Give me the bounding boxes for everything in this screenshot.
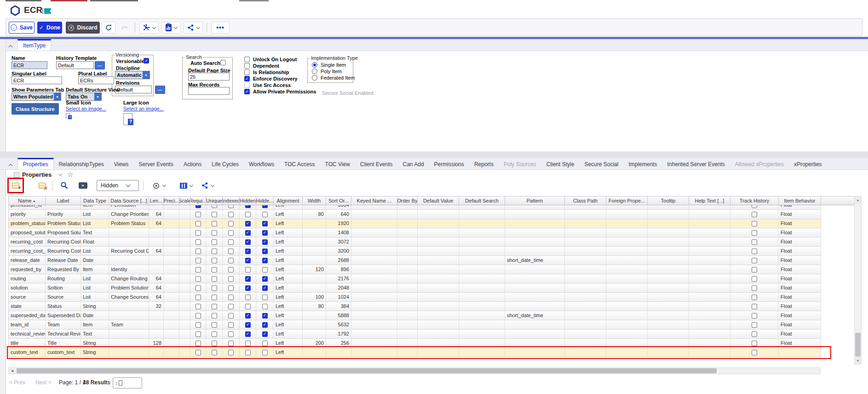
checkbox[interactable] <box>244 82 250 88</box>
discipline-select[interactable]: Automatic ▼ <box>115 71 150 79</box>
favorite-star-icon[interactable]: ☆ <box>67 170 73 179</box>
cell-checkbox-unique[interactable] <box>212 239 217 245</box>
column-header-foreign_property[interactable]: Foreign Prope... <box>606 197 648 205</box>
cell-checkbox-unique[interactable] <box>212 295 217 300</box>
cell-checkbox-track_history[interactable] <box>752 249 757 254</box>
cell-checkbox-hidden2[interactable] <box>262 285 268 291</box>
radio-button[interactable] <box>312 75 317 81</box>
property-row-source[interactable]: sourceSourceListChange Sources64Left1001… <box>9 293 821 302</box>
column-header-help_text[interactable]: Help Text [...] <box>689 197 730 205</box>
tab-workflows[interactable]: Workflows <box>244 159 279 170</box>
scan-dropdown[interactable] <box>149 180 168 191</box>
cell-checkbox-indexed[interactable] <box>228 322 234 328</box>
vertical-scroll-thumb[interactable] <box>855 333 861 357</box>
column-header-required[interactable]: Requi... <box>190 197 206 205</box>
tab-implements[interactable]: Implements <box>623 159 662 170</box>
cell-checkbox-indexed[interactable] <box>228 205 234 208</box>
cell-checkbox-hidden2[interactable] <box>262 341 268 346</box>
collapse-form-icon[interactable] <box>9 45 12 49</box>
cell-checkbox-hidden2[interactable] <box>262 350 268 355</box>
checkbox[interactable] <box>244 63 250 69</box>
property-row-state[interactable]: stateStatusString32Left80384Float <box>9 302 821 311</box>
cell-checkbox-unique[interactable] <box>212 350 217 355</box>
property-row-recurring-cost-direc[interactable]: recurring_cost_direc...Recurring Cost Di… <box>9 247 821 256</box>
cell-checkbox-hidden2[interactable] <box>262 230 268 236</box>
tab-properties[interactable]: Properties <box>17 158 54 169</box>
tab-itemtype[interactable]: ItemType <box>17 39 51 51</box>
cell-checkbox-unique[interactable] <box>212 304 217 309</box>
property-row-proposed-solution[interactable]: proposed_solutionProposed SolutionTextLe… <box>9 228 821 238</box>
property-row-technical-review[interactable]: technical_reviewTechnical ReviewTextLeft… <box>9 330 821 339</box>
refresh-button[interactable] <box>102 22 115 34</box>
cell-checkbox-indexed[interactable] <box>228 221 234 226</box>
column-header-keyed_name[interactable]: Keyed Name ... <box>351 197 397 205</box>
property-row-title[interactable]: titleTitleString128Left200256Float <box>9 339 821 348</box>
tab-server-events[interactable]: Server Events <box>134 159 178 170</box>
cell-checkbox-hidden2[interactable] <box>262 295 268 300</box>
revisions-browse-button[interactable]: … <box>155 86 165 94</box>
column-header-default_search[interactable]: Default Search <box>459 197 505 205</box>
cell-checkbox-track_history[interactable] <box>752 341 757 346</box>
column-header-alignment[interactable]: Alignment <box>274 197 303 205</box>
cell-checkbox-hidden[interactable] <box>245 221 251 226</box>
save-button[interactable]: ↓ Save <box>9 22 34 34</box>
property-row-priority[interactable]: priorityPriorityListChange Priorities64L… <box>9 210 821 219</box>
cell-checkbox-hidden[interactable] <box>245 239 251 245</box>
cell-checkbox-required[interactable] <box>195 258 201 263</box>
column-header-hidden[interactable]: Hidden <box>240 197 256 205</box>
column-header-scale[interactable]: Scale <box>179 197 190 205</box>
visibility-filter-select[interactable]: Hidden <box>97 180 139 191</box>
delete-property-button[interactable]: ✕ <box>36 180 48 191</box>
cell-checkbox-unique[interactable] <box>212 341 217 346</box>
singular-label-field[interactable] <box>11 76 62 84</box>
tab-actions[interactable]: Actions <box>178 159 207 170</box>
cell-checkbox-track_history[interactable] <box>752 230 757 236</box>
cell-checkbox-unique[interactable] <box>212 212 217 217</box>
column-header-pattern[interactable]: Pattern <box>505 197 565 205</box>
cell-checkbox-unique[interactable] <box>212 276 217 282</box>
show-parameters-tab-select[interactable]: When Populated ▼ <box>11 93 61 101</box>
cell-checkbox-indexed[interactable] <box>228 230 234 236</box>
tab-views[interactable]: Views <box>109 159 134 170</box>
more-actions-button[interactable]: ••• <box>211 22 230 34</box>
tab-client-events[interactable]: Client Events <box>355 159 398 170</box>
reports-dropdown[interactable] <box>161 22 181 34</box>
cell-checkbox-unique[interactable] <box>212 313 217 319</box>
property-row-routing[interactable]: routingRoutingListChange Routing64Left21… <box>9 274 821 284</box>
cell-checkbox-indexed[interactable] <box>228 304 234 309</box>
checkbox[interactable] <box>244 57 250 62</box>
add-property-button[interactable]: + <box>10 180 22 191</box>
cell-checkbox-track_history[interactable] <box>752 205 757 208</box>
cell-checkbox-hidden[interactable] <box>245 295 251 300</box>
property-row-solution[interactable]: solutionSoltionListProblem Solution64Lef… <box>9 284 821 293</box>
column-header-width[interactable]: Width <box>303 197 326 205</box>
cell-checkbox-track_history[interactable] <box>752 285 757 291</box>
tab-secure-social[interactable]: Secure Social <box>579 159 623 170</box>
cell-checkbox-hidden[interactable] <box>245 205 251 208</box>
checkbox[interactable] <box>244 70 250 75</box>
column-header-precision[interactable]: Preci... <box>164 197 179 205</box>
cell-checkbox-hidden2[interactable] <box>262 258 268 263</box>
versionable-checkbox[interactable] <box>144 58 149 64</box>
cell-checkbox-required[interactable] <box>195 295 201 300</box>
cell-checkbox-track_history[interactable] <box>752 350 757 355</box>
column-header-item_behavior[interactable]: Item Behavior <box>779 197 821 205</box>
cell-checkbox-hidden[interactable] <box>245 313 251 319</box>
cell-checkbox-hidden[interactable] <box>245 285 251 291</box>
cell-checkbox-hidden2[interactable] <box>262 313 268 319</box>
cell-checkbox-track_history[interactable] <box>752 258 757 263</box>
checkbox[interactable] <box>244 89 250 94</box>
cell-checkbox-required[interactable] <box>195 304 201 309</box>
horizontal-scrollbar[interactable]: ◀ <box>8 367 821 374</box>
tab-toc-access[interactable]: TOC Access <box>279 159 320 170</box>
column-header-len[interactable]: Len... <box>149 197 164 205</box>
property-row-release-date[interactable]: release_dateRelease DateDateLeft2688shor… <box>9 256 821 265</box>
cell-checkbox-hidden2[interactable] <box>262 221 268 226</box>
cell-checkbox-hidden2[interactable] <box>262 212 268 217</box>
cell-checkbox-indexed[interactable] <box>228 285 234 291</box>
flag-icon[interactable] <box>44 8 52 14</box>
cell-checkbox-required[interactable] <box>195 249 201 254</box>
cell-checkbox-track_history[interactable] <box>752 267 757 272</box>
small-icon-link[interactable]: Select an image... <box>66 106 106 111</box>
cell-checkbox-track_history[interactable] <box>752 295 757 300</box>
